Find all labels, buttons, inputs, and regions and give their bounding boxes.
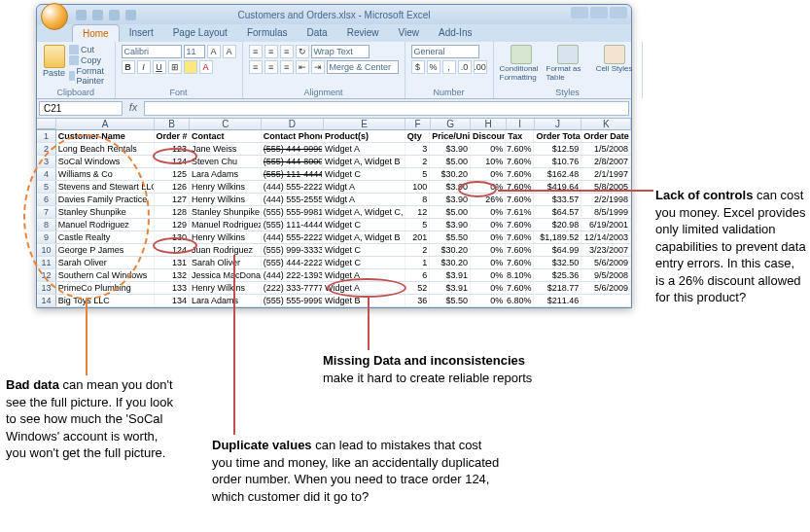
cell[interactable]: 123 [155, 143, 190, 155]
tab-review[interactable]: Review [337, 24, 389, 42]
tab-page-layout[interactable]: Page Layout [163, 24, 237, 42]
paste-button[interactable]: Paste [43, 45, 65, 86]
row-header[interactable]: 1 [37, 130, 56, 142]
align-center-button[interactable]: ≡ [264, 60, 278, 74]
cell[interactable]: 1 [405, 257, 431, 268]
cell[interactable]: (555) 111-4444 [262, 219, 323, 231]
cell[interactable]: 3/23/2007 [581, 244, 631, 256]
cell[interactable]: Widget B [323, 295, 405, 306]
dec-decimal-button[interactable]: .00 [474, 60, 487, 74]
cell[interactable]: Lara Adams [190, 168, 262, 180]
cell[interactable]: $10.76 [534, 156, 581, 167]
merge-button[interactable]: Merge & Center [327, 60, 399, 74]
cell[interactable]: Widget A, Widget B [323, 231, 405, 243]
cell[interactable]: Order Date [581, 130, 631, 142]
cell[interactable]: Manuel Rodriguez [56, 219, 155, 231]
cell[interactable]: 7.60% [506, 257, 534, 268]
cell[interactable] [581, 295, 631, 306]
cell[interactable]: Henry Wilkins [190, 181, 262, 193]
cell[interactable]: $33.57 [534, 194, 581, 205]
percent-button[interactable]: % [427, 60, 440, 74]
qat-undo-icon[interactable] [92, 10, 103, 20]
cell[interactable]: $32.50 [534, 257, 581, 268]
cell[interactable]: Order Total [534, 130, 581, 142]
cell[interactable]: 7.60% [506, 231, 534, 243]
col-header-H[interactable]: H [471, 119, 506, 129]
cell[interactable]: 0% [471, 295, 506, 306]
cell[interactable]: Sarah Oliver [190, 257, 262, 268]
cell[interactable]: (555) 555-9999 [262, 295, 323, 306]
fx-icon[interactable]: fx [124, 101, 142, 116]
cell[interactable]: 8.10% [506, 269, 534, 281]
italic-button[interactable]: I [137, 60, 151, 74]
cell[interactable]: 132 [155, 269, 190, 281]
align-top-button[interactable]: ≡ [249, 45, 263, 58]
cell[interactable]: 6.80% [506, 295, 534, 306]
cell[interactable]: 134 [155, 295, 190, 306]
cell[interactable]: 3 [405, 143, 431, 155]
cell[interactable]: (444) 222-1393 [262, 269, 323, 281]
bold-button[interactable]: B [122, 60, 135, 74]
cell[interactable]: 130 [155, 231, 190, 243]
cell[interactable]: $211.46 [534, 295, 581, 306]
cell[interactable]: $1,189.52 [534, 231, 581, 243]
cell[interactable]: Widget A [323, 143, 405, 155]
cell[interactable]: 129 [155, 219, 190, 231]
cell[interactable]: $3.91 [430, 282, 471, 294]
format-painter-button[interactable]: Format Painter [69, 66, 109, 86]
format-as-table-button[interactable]: Format as Table [546, 45, 589, 82]
cell[interactable]: 131 [155, 257, 190, 268]
cell[interactable]: $30.20 [430, 168, 471, 180]
cell[interactable]: Henry Wilkins [190, 194, 262, 205]
cell[interactable]: (444) 555-2222 [262, 181, 323, 193]
row-header[interactable]: 4 [37, 168, 56, 180]
cell[interactable]: 1/5/2008 [581, 143, 631, 155]
cell[interactable]: 0% [471, 219, 506, 231]
select-all-corner[interactable] [37, 119, 56, 129]
cell[interactable]: Discount [471, 130, 506, 142]
cell[interactable]: Henry Wilkins [190, 282, 262, 294]
col-header-K[interactable]: K [581, 119, 631, 129]
cell[interactable]: 12/14/2003 [581, 231, 631, 243]
cell[interactable]: Widget A [323, 282, 405, 294]
cell[interactable]: Jessica MacDonald [190, 269, 262, 281]
cell[interactable]: (444) 555-2222 [262, 231, 323, 243]
cell[interactable]: (555) 999-3333 [262, 244, 323, 256]
font-color-button[interactable]: A [199, 60, 213, 74]
cell[interactable]: (555) 444-9999 [262, 143, 323, 155]
name-box[interactable]: C21 [39, 101, 123, 116]
cell[interactable]: $5.50 [430, 231, 471, 243]
cell[interactable]: $30.20 [430, 257, 471, 268]
cell[interactable]: Product(s) [323, 130, 405, 142]
copy-button[interactable]: Copy [69, 55, 109, 65]
cell[interactable]: $64.99 [534, 244, 581, 256]
cell[interactable]: 7.60% [506, 282, 534, 294]
cell[interactable]: Steven Chu [190, 156, 262, 167]
cell[interactable]: Juan Rodriguez [190, 244, 262, 256]
cell[interactable]: Widget C [323, 244, 405, 256]
cell[interactable]: $3.90 [430, 219, 471, 231]
cell[interactable]: 7.60% [506, 156, 534, 167]
cell[interactable]: 7.60% [506, 143, 534, 155]
cell[interactable]: 7.60% [506, 168, 534, 180]
indent-dec-button[interactable]: ⇤ [296, 60, 309, 74]
cell[interactable]: 125 [155, 168, 190, 180]
cell[interactable]: 26% [471, 194, 506, 205]
cell[interactable]: Stanley Shunpike [190, 206, 262, 218]
cell[interactable]: Widget C [323, 219, 405, 231]
cell[interactable]: 133 [155, 282, 190, 294]
cell[interactable]: 6/19/2001 [581, 219, 631, 231]
orientation-button[interactable]: ↻ [296, 45, 309, 58]
cell[interactable]: Contact Phone [262, 130, 323, 142]
cell[interactable]: 7.60% [506, 244, 534, 256]
cell[interactable]: 10% [471, 156, 506, 167]
cell[interactable]: 7.60% [506, 194, 534, 205]
cell[interactable]: 0% [471, 168, 506, 180]
indent-inc-button[interactable]: ⇥ [311, 60, 325, 74]
cell[interactable]: Price/Unit [430, 130, 471, 142]
cell[interactable]: 9/5/2008 [581, 269, 631, 281]
cell[interactable]: Tax [506, 130, 534, 142]
cell[interactable]: Manuel Rodriguez [190, 219, 262, 231]
col-header-A[interactable]: A [56, 119, 155, 129]
cell[interactable]: 124 [155, 156, 190, 167]
